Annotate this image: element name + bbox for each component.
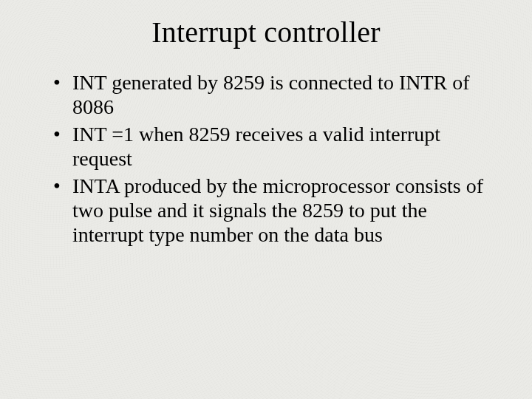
- list-item: INTA produced by the microprocessor cons…: [53, 174, 499, 247]
- list-item: INT generated by 8259 is connected to IN…: [53, 70, 499, 119]
- list-item: INT =1 when 8259 receives a valid interr…: [53, 122, 499, 171]
- slide-title: Interrupt controller: [33, 15, 499, 50]
- slide: Interrupt controller INT generated by 82…: [0, 0, 532, 399]
- bullet-list: INT generated by 8259 is connected to IN…: [33, 70, 499, 247]
